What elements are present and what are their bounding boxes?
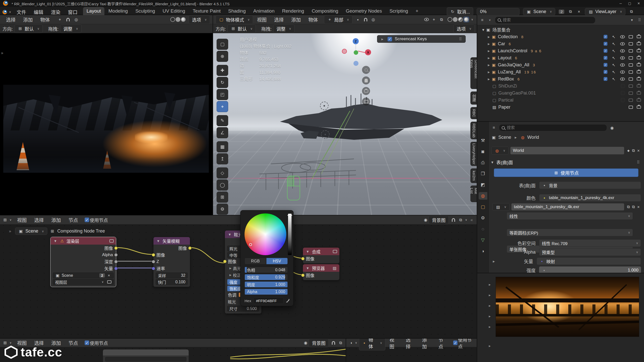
- socket-depth-out[interactable]: [114, 260, 118, 263]
- expand-icon[interactable]: [486, 70, 491, 74]
- expand-icon[interactable]: [486, 34, 491, 39]
- compositor-editor[interactable]: ∨ 视图 选择 添加 节点 使用节点 背景图 ∨ « Scene Composi…: [0, 215, 477, 338]
- left-options-dropdown[interactable]: 选项: [189, 15, 210, 24]
- collapse-sidebar-icon[interactable]: «: [469, 218, 474, 222]
- shading-wireframe-icon[interactable]: [448, 17, 452, 22]
- fake-user-icon[interactable]: [626, 149, 631, 152]
- disable-viewport-icon[interactable]: [629, 84, 633, 88]
- disable-render-icon[interactable]: [637, 42, 641, 45]
- use-nodes-button[interactable]: ⊞ 使用节点: [494, 168, 638, 177]
- color-wheel[interactable]: [245, 213, 286, 255]
- expand-sidebar-icon[interactable]: [8, 229, 13, 234]
- disable-render-icon[interactable]: [637, 106, 641, 109]
- editor-type-icon[interactable]: [491, 125, 496, 130]
- collapsed-panel-icon[interactable]: ▸: [489, 303, 491, 308]
- outliner-row-collection[interactable]: Collection8: [477, 33, 644, 40]
- light-widget-2[interactable]: [321, 130, 330, 139]
- workspace-tab-geometry-nodes[interactable]: Geometry Nodes: [342, 7, 386, 15]
- menu-view[interactable]: 视图: [386, 338, 402, 351]
- tab-object[interactable]: ▢: [479, 203, 487, 211]
- disable-viewport-icon[interactable]: [629, 56, 633, 60]
- tool-rotate[interactable]: ↻: [217, 77, 228, 88]
- left-menu-add[interactable]: 添加: [20, 15, 36, 24]
- socket-z-in[interactable]: [152, 260, 155, 263]
- proportional-edit-icon[interactable]: [74, 17, 79, 22]
- add-menu[interactable]: 添加: [288, 15, 304, 24]
- vector-field[interactable]: 映射: [537, 257, 641, 265]
- drag-dropdown[interactable]: 调整: [273, 24, 295, 33]
- workspace-add-button[interactable]: +: [412, 7, 422, 15]
- tool-addon-1[interactable]: ◇: [217, 167, 228, 178]
- node-render-layers[interactable]: 渲染层 图像 Alpha 深度 矢量 Scene2 视图层∨: [50, 237, 116, 287]
- tool-addon-2[interactable]: ◯: [217, 179, 228, 191]
- backdrop-button[interactable]: 背景图: [429, 216, 449, 224]
- tab-material[interactable]: ◑: [479, 247, 487, 255]
- shutter-slider[interactable]: 快门0.100: [156, 279, 188, 285]
- comp-menu-view[interactable]: 视图: [14, 215, 30, 224]
- disable-viewport-icon[interactable]: [629, 63, 633, 67]
- browse-image-dropdown[interactable]: [492, 203, 510, 211]
- socket-image-in[interactable]: [152, 253, 155, 257]
- editor-type-icon[interactable]: [3, 340, 8, 345]
- hue-slider[interactable]: 色相0.048: [245, 267, 288, 273]
- socket-vector-out[interactable]: [114, 267, 118, 270]
- workspace-tab-modeling[interactable]: Modeling: [105, 7, 131, 15]
- tab-render[interactable]: ◙: [479, 148, 487, 155]
- breadcrumb-scene[interactable]: Scene: [498, 135, 511, 140]
- left-orientation-dropdown[interactable]: 默认: [14, 24, 43, 33]
- pin-icon[interactable]: [423, 217, 428, 222]
- tool-scale[interactable]: ◰: [217, 89, 228, 100]
- filter-icon[interactable]: [629, 18, 634, 22]
- tab-create[interactable]: 创建: [470, 92, 477, 105]
- shading-dropdown-icon[interactable]: ∨: [470, 18, 475, 21]
- strength-slider[interactable]: 1.000: [539, 266, 641, 273]
- unlink-scene-icon[interactable]: [576, 10, 581, 14]
- socket-image-in[interactable]: [223, 260, 227, 263]
- socket-image-out[interactable]: [114, 246, 118, 250]
- value-slider[interactable]: [288, 213, 292, 255]
- disable-render-icon[interactable]: [637, 56, 641, 59]
- pivot-point-icon[interactable]: [355, 18, 360, 21]
- pack-image-icon[interactable]: [631, 205, 636, 209]
- workspace-tab-animation[interactable]: Animation: [250, 7, 278, 15]
- mode-dropdown[interactable]: 物体模式: [216, 15, 253, 24]
- snap-magnet-icon[interactable]: [66, 18, 70, 21]
- shading-rendered-icon[interactable]: [181, 17, 186, 22]
- outliner-row-partical[interactable]: Partical: [477, 97, 644, 104]
- color-wheel-cursor[interactable]: [249, 243, 252, 246]
- collapsed-panel-icon[interactable]: ▸: [489, 314, 491, 319]
- view-layer-dropdown[interactable]: 视图层∨: [53, 279, 114, 285]
- options-dropdown[interactable]: 选项: [453, 24, 475, 33]
- socket-image-in[interactable]: [301, 274, 305, 277]
- minimize-button[interactable]: [616, 1, 625, 6]
- expand-icon[interactable]: [481, 27, 486, 32]
- maximize-button[interactable]: [625, 1, 634, 6]
- perspective-toggle-button[interactable]: [362, 98, 370, 106]
- exclude-checkbox[interactable]: [621, 84, 625, 88]
- snap-magnet-icon[interactable]: [452, 218, 455, 222]
- screencast-checkbox[interactable]: [387, 37, 392, 41]
- unlink-world-icon[interactable]: [636, 149, 641, 153]
- expand-icon[interactable]: [486, 56, 491, 60]
- exclude-checkbox[interactable]: [603, 42, 608, 46]
- outliner-root[interactable]: 场景集合: [477, 26, 644, 33]
- expand-icon[interactable]: [486, 41, 491, 46]
- socket-image-in[interactable]: [301, 257, 305, 260]
- collapsed-panel-icon[interactable]: ▸: [489, 293, 491, 297]
- collapsed-panel-icon[interactable]: ▸: [489, 344, 491, 348]
- pan-button[interactable]: [362, 76, 370, 84]
- navigation-gizmo[interactable]: Z X: [341, 38, 372, 68]
- outliner-search[interactable]: [495, 17, 595, 24]
- camera-view-button[interactable]: [362, 87, 370, 95]
- tab-rbc[interactable]: RBC: [470, 107, 477, 119]
- menu-add[interactable]: 添加: [419, 338, 434, 351]
- tool-measure[interactable]: ∠: [217, 127, 228, 138]
- collapsed-panel-icon[interactable]: ▸: [489, 282, 491, 287]
- disable-render-icon[interactable]: [637, 99, 641, 102]
- hide-viewport-icon[interactable]: [620, 42, 625, 46]
- snap-magnet-icon[interactable]: [332, 341, 335, 345]
- exclude-checkbox[interactable]: [603, 63, 608, 67]
- comp-scene-selector[interactable]: Scene: [15, 228, 47, 235]
- left-drag-dropdown[interactable]: 调整: [60, 24, 82, 33]
- orientation-dropdown[interactable]: 默认: [227, 24, 256, 33]
